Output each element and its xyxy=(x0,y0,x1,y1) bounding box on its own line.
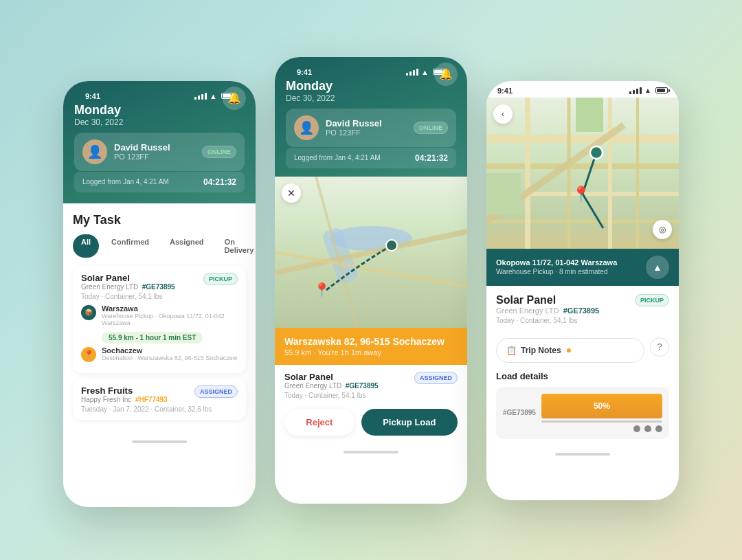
svg-rect-17 xyxy=(486,173,521,214)
status-bar-center: 9:41 ▲ xyxy=(286,63,456,79)
trip-notes-label: Trip Notes xyxy=(521,346,561,355)
details-section: Solar Panel Green Energy LTD #GE73895 To… xyxy=(486,286,679,447)
svg-text:📍: 📍 xyxy=(313,282,330,298)
detail-company: Green Energy LTD #GE73895 xyxy=(496,306,599,315)
avatar-left: 👤 xyxy=(82,139,107,164)
assigned-badge-fruits: ASSIGNED xyxy=(194,385,238,398)
time-right: 9:41 xyxy=(497,87,513,95)
task-detail-solar-left: Today · Container, 54,1 lbs xyxy=(81,293,238,300)
task-company-solar-left: Green Energy LTD #GE73895 xyxy=(81,283,175,291)
task-card-solar[interactable]: Solar Panel Green Energy LTD #GE73895 PI… xyxy=(73,266,246,373)
back-button-right[interactable]: ‹ xyxy=(493,104,513,124)
home-indicator-left xyxy=(132,440,187,443)
stop-name-sochaczew: Sochaczew xyxy=(102,346,237,355)
date-label-center: Dec 30, 2022 xyxy=(286,93,335,103)
task-company-fruits: Happy Fresh Inc #HF77493 xyxy=(81,396,168,403)
time-center: 9:41 xyxy=(297,68,312,76)
task-company-center: Green Energy LTD #GE73895 xyxy=(284,382,379,390)
right-phone: 9:41 ▲ xyxy=(486,81,679,500)
pickup-address: Okopowa 11/72, 01-042 Warszawa xyxy=(496,258,617,267)
log-text-left: Logged from Jan 4, 4:21 AM xyxy=(82,178,169,186)
svg-point-5 xyxy=(386,240,397,251)
task-name-center: Solar Panel xyxy=(284,372,379,382)
signal-icon-center xyxy=(406,69,418,76)
log-time-center: 04:21:32 xyxy=(415,153,448,163)
online-badge-left: ONLINE xyxy=(202,146,236,158)
log-time-left: 04:21:32 xyxy=(203,177,236,187)
driver-po-center: PO 123FF xyxy=(326,128,382,137)
svg-point-18 xyxy=(590,146,603,159)
truck-container: 50% xyxy=(541,394,662,418)
home-indicator-right xyxy=(555,453,610,456)
task-detail-center: Today · Container, 54,1 lbs xyxy=(284,392,458,399)
my-task-section: My Task All Confirmed Assigned On Delive… xyxy=(63,203,256,435)
driver-po-left: PO 123FF xyxy=(114,153,170,161)
truck-visualization: #GE73895 50% xyxy=(496,387,669,439)
bell-button-center[interactable]: 🔔 xyxy=(434,63,458,86)
pickup-badge-right: PICKUP xyxy=(635,294,669,306)
notes-row: 📋 Trip Notes ? xyxy=(496,331,669,363)
log-text-center: Logged from Jan 4, 4:21 AM xyxy=(294,154,381,161)
task-name-solar-left: Solar Panel xyxy=(81,273,175,283)
svg-text:📍: 📍 xyxy=(572,185,591,203)
route-stop-sochaczew: 📍 Sochaczew Destination · Warszawska 82,… xyxy=(81,346,238,362)
avatar-center: 👤 xyxy=(294,115,319,140)
route-stop-warszawa: 📦 Warszawa Warehouse Pickup · Okopowa 11… xyxy=(81,304,238,326)
map-bg-center: 📍 ✕ xyxy=(275,177,467,328)
filter-tab-confirmed[interactable]: Confirmed xyxy=(103,234,157,258)
log-row-left: Logged from Jan 4, 4:21 AM 04:21:32 xyxy=(74,172,245,192)
task-card-fruits[interactable]: Fresh Fruits Happy Fresh Inc #HF77493 AS… xyxy=(73,379,246,420)
driver-card-center[interactable]: 👤 David Russel PO 123FF ONLINE xyxy=(286,109,456,147)
dest-address-center: Warszawska 82, 96-515 Sochaczew xyxy=(284,336,458,347)
center-phone: 9:41 ▲ Monday Dec 30, 2022 🔔 👤 xyxy=(275,57,467,504)
wheel-3 xyxy=(655,425,662,432)
dest-banner-center: Warszawska 82, 96-515 Sochaczew 55.9 km … xyxy=(275,328,467,365)
route-distance: 55.9 km - 1 hour 1 min EST xyxy=(102,332,203,344)
driver-card-left[interactable]: 👤 David Russel PO 123FF ONLINE xyxy=(74,133,245,171)
task-name-fruits: Fresh Fruits xyxy=(81,385,168,396)
truck-percentage: 50% xyxy=(594,401,610,411)
svg-line-4 xyxy=(316,177,357,328)
svg-rect-16 xyxy=(576,98,603,132)
bell-button-left[interactable]: 🔔 xyxy=(223,87,246,110)
trip-notes-button[interactable]: 📋 Trip Notes xyxy=(496,338,644,363)
detail-task-name: Solar Panel xyxy=(496,294,599,306)
close-map-button[interactable]: ✕ xyxy=(282,183,301,203)
route-info-solar: 📦 Warszawa Warehouse Pickup · Okopowa 11… xyxy=(81,304,238,362)
detail-meta: Today · Container, 54,1 lbs xyxy=(496,317,599,324)
day-label-center: Monday xyxy=(286,79,335,93)
stop-sub-sochaczew: Destination · Warszawska 82, 96-515 Soch… xyxy=(102,355,237,361)
filter-tab-assigned[interactable]: Assigned xyxy=(161,234,212,258)
map-svg-right: 📍 xyxy=(486,98,679,249)
stop-name-warszawa: Warszawa xyxy=(102,304,238,313)
load-details-section: Load details #GE73895 50% xyxy=(496,371,669,439)
status-icons-right: ▲ xyxy=(629,87,668,94)
map-svg-center: 📍 xyxy=(275,177,467,328)
filter-tabs: All Confirmed Assigned On Delivery xyxy=(73,234,246,258)
filter-tab-delivery[interactable]: On Delivery xyxy=(216,234,256,258)
dest-eta-text: You're 1h 1m away xyxy=(317,348,381,357)
nav-arrow-button[interactable]: ▲ xyxy=(646,256,669,279)
driver-name-center: David Russel xyxy=(326,118,382,128)
route-icon-warszawa: 📦 xyxy=(81,305,96,320)
day-label-left: Monday xyxy=(74,103,123,117)
map-right: 📍 ‹ ◎ xyxy=(486,98,679,249)
date-label-left: Dec 30, 2022 xyxy=(74,117,123,127)
wifi-icon-right: ▲ xyxy=(644,87,651,94)
help-button[interactable]: ? xyxy=(650,337,669,357)
filter-tab-all[interactable]: All xyxy=(73,234,99,258)
task-detail-fruits: Tuesday · Jan 7, 2022 · Container, 32,6 … xyxy=(81,405,238,413)
signal-icon xyxy=(194,93,207,100)
assigned-badge-center: ASSIGNED xyxy=(414,372,458,384)
pickup-eta: Warehouse Pickup · 8 min estimated xyxy=(496,268,617,276)
load-details-title: Load details xyxy=(496,371,669,381)
compass-button-right[interactable]: ◎ xyxy=(653,220,672,239)
reject-button[interactable]: Reject xyxy=(284,409,355,436)
dest-distance: 55.9 km xyxy=(284,348,311,357)
map-bg-right: 📍 ‹ ◎ xyxy=(486,98,679,249)
route-icon-sochaczew: 📍 xyxy=(81,347,96,362)
pickup-button[interactable]: Pickup Load xyxy=(361,409,458,436)
stop-sub-warszawa: Warehouse Pickup · Okopowa 11/72, 01-042… xyxy=(102,313,238,326)
truck-id: #GE73895 xyxy=(503,409,536,416)
time-left: 9:41 xyxy=(85,92,100,100)
